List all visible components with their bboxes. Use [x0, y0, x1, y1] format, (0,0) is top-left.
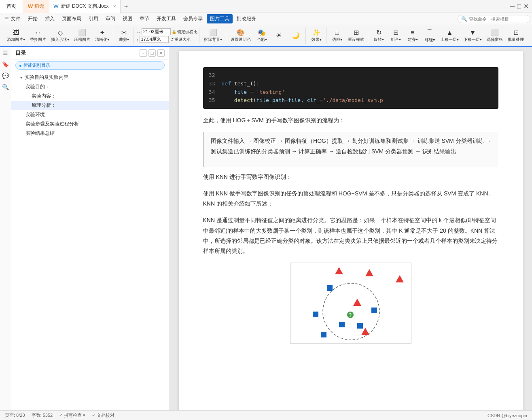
menu-chapter[interactable]: 章节 [136, 14, 153, 23]
param-filepath: file_path [256, 97, 285, 103]
search-input[interactable] [469, 17, 526, 21]
menu-picture-tools[interactable]: 图片工具 [207, 14, 233, 23]
batch-process-label: 批量处理 [508, 37, 524, 42]
menu-review[interactable]: 审阅 [102, 14, 119, 23]
height-input[interactable] [140, 36, 169, 43]
nav-icon[interactable]: ☰ [1, 49, 10, 57]
search-side-icon[interactable]: 🔍 [1, 83, 10, 91]
crop-btn[interactable]: ✂ 裁剪▾ [116, 28, 132, 44]
menu-vip[interactable]: 会员专享 [180, 14, 206, 23]
doc-proofread[interactable]: ✓ 文档校对 [92, 412, 114, 418]
menu-insert[interactable]: 插入 [42, 14, 58, 23]
toc-item-1[interactable]: 实验目的： [11, 82, 169, 91]
toc-item-2[interactable]: 实验内容： [11, 91, 169, 101]
toc-item-6[interactable]: 实验结果总结 [11, 129, 169, 138]
height-row: ↕ ↺ 重设大小 [136, 36, 197, 43]
replace-picture-btn[interactable]: ↔ 替换图片 [28, 28, 48, 44]
effects-btn[interactable]: ✨ 效果▾ [308, 28, 324, 44]
main-area: ☰ 🔖 💬 🔍 目录 − □ ✕ ● 智能识别目录 ▼ 实验目的及实验内容 实验… [0, 47, 532, 410]
doc-area[interactable]: 32 33 def test_(): 34 file = 'testimg' [169, 47, 532, 410]
toolbar-removebg-group: ⬜ 抠除背景▾ [200, 28, 226, 44]
toc-item-4[interactable]: 实验环境 [11, 110, 169, 119]
toc-collapse-btn[interactable]: □ [148, 49, 156, 57]
menu-search-box[interactable]: 🔍 [458, 15, 530, 23]
tab-close-btn[interactable]: ✕ [113, 4, 116, 8]
minimize-btn[interactable]: ─ [510, 3, 515, 10]
group-btn[interactable]: ⊞ 组合▾ [388, 28, 404, 44]
batch-process-icon: ⊡ [513, 29, 519, 36]
border-btn[interactable]: □ 边框▾ [329, 28, 345, 44]
set-transparent-btn[interactable]: 🎨 设置透明色 [229, 28, 253, 44]
tab-wps[interactable]: W 稻壳 [23, 0, 49, 13]
toc-expand-btn[interactable]: − [140, 49, 147, 57]
menu-view[interactable]: 视图 [119, 14, 136, 23]
menu-batch-correct[interactable]: 批改服务 [233, 14, 259, 23]
compress-pic-btn[interactable]: ⬜ 压缩图片 [72, 28, 92, 44]
svg-marker-9 [396, 275, 404, 282]
svg-rect-1 [327, 285, 333, 291]
svg-marker-10 [353, 299, 361, 306]
color-icon: 🎭 [258, 29, 266, 36]
menu-reference[interactable]: 引用 [85, 14, 102, 23]
svg-rect-5 [357, 323, 363, 329]
add-picture-btn[interactable]: 🖼 添加图片▾ [5, 28, 27, 44]
selection-pane-btn[interactable]: ⬜ 选择窗格 [485, 28, 505, 44]
val-file: file [288, 97, 301, 103]
smart-toc-btn[interactable]: ● 智能识别目录 [15, 61, 165, 70]
insert-shape-btn[interactable]: ◇ 插入形状▾ [49, 28, 71, 44]
transparent-icon: 🎨 [237, 29, 245, 36]
toc-item-5[interactable]: 实验步骤及实验过程分析 [11, 119, 169, 129]
toolbar-effects-group: ✨ 效果▾ [307, 28, 326, 44]
brightness-down-btn[interactable]: 🌙 [288, 30, 304, 41]
toolbar-arrange-group: ↻ 旋转▾ ⊞ 组合▾ ≡ 对齐▾ ⌒ 环绕▾ ▲ 上移一层▾ ▼ 下移一层▾ … [369, 27, 528, 44]
close-btn[interactable]: ✕ [524, 2, 529, 10]
spell-check[interactable]: ✓ 拼写检查 ▾ [59, 412, 85, 418]
toc-header-btns: − □ ✕ [140, 49, 165, 57]
color-btn[interactable]: 🎭 色彩▾ [254, 28, 270, 44]
doc-page: 32 33 def test_(): 34 file = 'testimg' [179, 51, 523, 410]
tab-doc[interactable]: W 新建 DOCX 文档.docx ✕ [49, 0, 120, 13]
new-tab-btn[interactable]: + [121, 1, 132, 12]
toc-item-3[interactable]: 原理分析： [11, 101, 169, 110]
resize-icon: ↺ [170, 37, 174, 42]
toc-item-1-label: 实验目的： [25, 83, 50, 90]
reset-style-btn[interactable]: ⊞ 重设样式 [346, 28, 366, 44]
add-pic-icon: 🖼 [13, 29, 19, 36]
move-up-btn[interactable]: ▲ 上移一层▾ [439, 28, 461, 44]
code-line-32: 32 [207, 71, 494, 80]
align-btn[interactable]: ≡ 对齐▾ [405, 28, 421, 44]
bookmark-icon[interactable]: 🔖 [1, 60, 10, 69]
batch-process-btn[interactable]: ⊡ 批量处理 [506, 28, 526, 44]
func-name: test_(): [234, 81, 260, 87]
remove-bg-icon: ⬜ [209, 29, 217, 36]
move-down-btn[interactable]: ▼ 下移一层▾ [462, 28, 484, 44]
width-input[interactable] [142, 28, 171, 35]
comment-icon[interactable]: 💬 [1, 71, 10, 80]
menu-layout[interactable]: 页面布局 [59, 14, 85, 23]
var-file: file [234, 89, 247, 95]
doc-para3: 使用 KNN 做手写数字图像识别的任务的预处理流程和 HOG+SVM 差不多，只… [203, 189, 498, 209]
toc-item-3-label: 原理分析： [32, 102, 56, 109]
remove-bg-btn[interactable]: ⬜ 抠除背景▾ [202, 28, 224, 44]
svg-marker-7 [335, 267, 343, 274]
toc-close-btn[interactable]: ✕ [157, 49, 165, 57]
move-down-label: 下移一层▾ [464, 37, 482, 42]
flow-box: 图像文件输入 → 图像校正 → 图像特征（HOG）提取 → 划分好训练集和测试集… [203, 132, 498, 167]
toolbar-color-group: 🎨 设置透明色 🎭 色彩▾ ☀ 🌙 [227, 28, 306, 44]
remove-bg-label: 抠除背景▾ [204, 37, 222, 42]
menu-start[interactable]: 开始 [25, 14, 41, 23]
svg-marker-13 [361, 328, 369, 335]
tab-home[interactable]: 首页 [0, 0, 23, 13]
maximize-btn[interactable]: □ [517, 3, 521, 10]
brightness-up-btn[interactable]: ☀ [271, 30, 287, 41]
doc-flow1: 图像文件输入 → 图像校正 → 图像特征（HOG）提取 → 划分好训练集和测试集… [211, 136, 492, 156]
replace-pic-icon: ↔ [35, 29, 41, 36]
toc-item-0[interactable]: ▼ 实验目的及实验内容 [11, 73, 169, 82]
wrap-btn[interactable]: ⌒ 环绕▾ [422, 27, 438, 44]
menu-dev[interactable]: 开发工具 [153, 14, 179, 23]
menu-file[interactable]: ☰ 文件 [2, 14, 24, 23]
sharpen-btn[interactable]: ✦ 清晰化▾ [93, 28, 111, 44]
picture-toolbar: 🖼 添加图片▾ ↔ 替换图片 ◇ 插入形状▾ ⬜ 压缩图片 ✦ 清晰化▾ ✂ 裁… [0, 25, 532, 47]
size-inputs: ↔ 🔒 锁定纵横比 ↕ ↺ 重设大小 [136, 28, 197, 43]
rotate-btn[interactable]: ↻ 旋转▾ [371, 28, 387, 44]
